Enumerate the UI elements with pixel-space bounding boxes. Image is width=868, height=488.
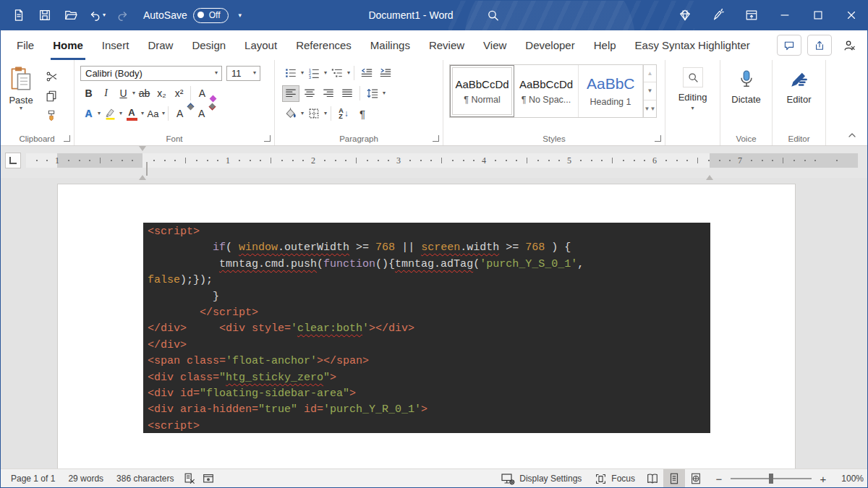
superscript-button[interactable]: x² [171, 85, 187, 102]
underline-button[interactable]: U [115, 85, 132, 102]
chevron-down-icon[interactable]: ▾ [383, 90, 386, 96]
chevron-down-icon[interactable]: ▾ [347, 70, 350, 76]
web-layout-button[interactable] [685, 469, 707, 488]
horizontal-ruler[interactable]: 11234567 [26, 153, 858, 168]
clear-formatting-button[interactable]: A [194, 85, 210, 102]
style-card--no-spac-[interactable]: AaBbCcDd¶ No Spac... [514, 65, 579, 117]
show-hide-marks-button[interactable]: ¶ [354, 106, 371, 122]
numbering-button[interactable] [305, 65, 323, 82]
chevron-down-icon[interactable]: ▾ [141, 111, 144, 116]
proofing-errors-icon[interactable] [180, 469, 199, 488]
ribbon-display-options-icon[interactable] [735, 0, 768, 30]
shrink-font-button[interactable]: A [193, 106, 210, 122]
shading-button[interactable] [282, 106, 299, 122]
open-folder-icon[interactable] [58, 0, 84, 30]
text-effects-button[interactable]: A [80, 106, 97, 122]
font-color-button[interactable]: A [123, 106, 140, 122]
align-left-button[interactable] [282, 85, 299, 102]
quick-access-more-button[interactable]: ▾ [239, 12, 242, 19]
chevron-down-icon[interactable]: ▾ [98, 111, 101, 116]
character-count[interactable]: 386 characters [110, 469, 180, 488]
undo-button[interactable]: ▾ [84, 0, 110, 30]
tab-view[interactable]: View [474, 30, 516, 60]
tab-review[interactable]: Review [420, 30, 474, 60]
maximize-button[interactable] [801, 0, 835, 30]
tab-file[interactable]: File [7, 30, 43, 60]
redo-button[interactable] [110, 0, 136, 30]
display-settings-button[interactable]: Display Settings [494, 469, 588, 488]
line-spacing-button[interactable] [364, 85, 381, 102]
paste-button[interactable]: Paste ▾ [0, 64, 42, 145]
styles-scroll-up-button[interactable]: ▲ [644, 65, 656, 82]
tab-references[interactable]: References [286, 30, 361, 60]
print-layout-button[interactable] [663, 469, 685, 488]
strikethrough-button[interactable]: ab [136, 85, 153, 102]
bullets-button[interactable] [282, 65, 299, 82]
grow-font-button[interactable]: A [171, 106, 188, 122]
read-mode-button[interactable] [642, 469, 663, 488]
styles-dialog-launcher[interactable] [655, 135, 661, 142]
ink-pen-icon[interactable] [702, 0, 735, 30]
document-canvas[interactable]: <script> if( window.outerWidth >= 768 ||… [0, 178, 868, 468]
styles-more-button[interactable]: ▼▼ [644, 100, 656, 117]
share-button[interactable] [807, 35, 832, 56]
tab-draw[interactable]: Draw [138, 30, 182, 60]
autosave-pill[interactable]: Off [193, 8, 229, 23]
right-indent-marker[interactable] [706, 163, 713, 176]
tab-selector-button[interactable] [5, 153, 21, 168]
dictate-button[interactable]: Dictate [720, 64, 772, 105]
search-icon[interactable] [487, 0, 500, 30]
copy-button[interactable] [42, 87, 61, 105]
zoom-slider[interactable] [731, 478, 812, 479]
page-indicator[interactable]: Page 1 of 1 [4, 469, 61, 488]
chevron-down-icon[interactable]: ▾ [324, 111, 327, 116]
save-icon[interactable] [32, 0, 58, 30]
change-case-button[interactable]: Aa [145, 106, 161, 122]
style-card-heading-1[interactable]: AaBbCcHeading 1 [579, 65, 643, 117]
diamond-icon[interactable] [668, 0, 702, 30]
tab-easy-syntax-highlighter[interactable]: Easy Syntax Highlighter [626, 30, 760, 60]
highlight-color-button[interactable] [101, 106, 119, 122]
zoom-slider-thumb[interactable] [769, 474, 773, 484]
tab-help[interactable]: Help [584, 30, 626, 60]
italic-button[interactable]: I [98, 85, 114, 102]
focus-button[interactable]: Focus [588, 469, 642, 488]
multilevel-list-button[interactable] [328, 65, 346, 82]
minimize-button[interactable] [768, 0, 801, 30]
word-count[interactable]: 29 words [61, 469, 110, 488]
font-dialog-launcher[interactable] [264, 135, 271, 142]
borders-button[interactable] [305, 106, 323, 122]
justify-button[interactable] [339, 85, 356, 102]
autosave-toggle[interactable]: AutoSave Off [143, 8, 229, 23]
chevron-down-icon[interactable]: ▾ [301, 111, 304, 116]
editor-button[interactable]: Editor [773, 64, 825, 105]
tab-developer[interactable]: Developer [516, 30, 584, 60]
document-page[interactable]: <script> if( window.outerWidth >= 768 ||… [57, 184, 796, 468]
paragraph-dialog-launcher[interactable] [433, 135, 439, 142]
cut-button[interactable] [42, 68, 61, 85]
bold-button[interactable]: B [80, 85, 97, 102]
chevron-down-icon[interactable]: ▾ [132, 90, 135, 96]
align-right-button[interactable] [320, 85, 337, 102]
sort-button[interactable]: AZ↓ [335, 106, 352, 122]
tab-design[interactable]: Design [182, 30, 235, 60]
chevron-down-icon[interactable]: ▾ [301, 70, 304, 76]
account-icon[interactable] [838, 35, 861, 55]
styles-scroll-down-button[interactable]: ▼ [644, 82, 656, 100]
document-icon[interactable] [6, 0, 32, 30]
editing-button[interactable] [683, 67, 703, 87]
tab-mailings[interactable]: Mailings [361, 30, 420, 60]
comments-button[interactable] [777, 35, 801, 56]
style-card--normal[interactable]: AaBbCcDd¶ Normal [450, 65, 514, 117]
chevron-down-icon[interactable]: ▾ [162, 111, 165, 116]
macro-recording-icon[interactable] [199, 469, 218, 488]
hanging-indent-marker[interactable] [139, 163, 148, 176]
decrease-indent-button[interactable] [358, 65, 375, 82]
tab-home[interactable]: Home [43, 30, 93, 60]
zoom-level[interactable]: 100% [835, 474, 864, 484]
format-painter-button[interactable] [42, 107, 61, 124]
tab-insert[interactable]: Insert [93, 30, 139, 60]
tab-layout[interactable]: Layout [235, 30, 286, 60]
zoom-out-button[interactable]: − [714, 473, 724, 485]
subscript-button[interactable]: x₂ [153, 85, 170, 102]
